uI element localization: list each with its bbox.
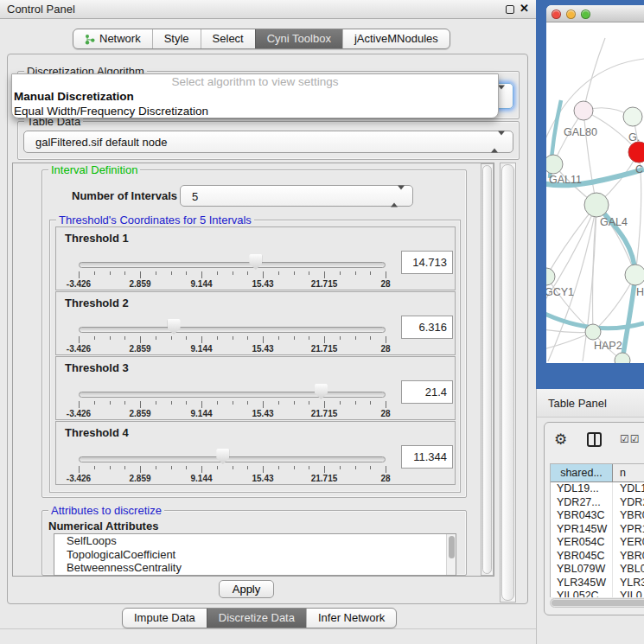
table-row[interactable]: YLR345WYLR3 <box>551 577 644 590</box>
network-node-label: H <box>636 286 644 298</box>
network-node-label: GAL80 <box>564 126 597 138</box>
popup-hint: Select algorithm to view settings <box>12 74 498 89</box>
close-traffic-light[interactable] <box>552 10 561 19</box>
column-header-shared-name[interactable]: shared... <box>551 464 613 481</box>
attribute-list-item[interactable]: SelfLoops <box>54 534 456 548</box>
network-canvas[interactable]: GAL80G.CGAL11GAL4GCY1HHAP2 <box>546 22 644 363</box>
tab-discretize-data[interactable]: Discretize Data <box>207 609 306 628</box>
network-node[interactable] <box>628 142 644 163</box>
apply-button[interactable]: Apply <box>219 580 274 598</box>
top-tab-bar: Network Style Select Cyni Toolbox jActiv… <box>73 29 450 49</box>
slider-track[interactable] <box>79 262 386 268</box>
threshold-value-field[interactable]: 14.713 <box>401 251 453 274</box>
interval-definition-title: Interval Definition <box>48 163 140 176</box>
network-edge[interactable] <box>622 275 635 360</box>
attribute-list-item[interactable]: TopologicalCoefficient <box>54 548 456 562</box>
attribute-list-item[interactable]: BetweennessCentrality <box>54 561 456 575</box>
table-row[interactable]: YER054CYER0 <box>551 536 644 550</box>
attributes-group-title: Attributes to discretize <box>48 504 164 517</box>
network-node[interactable] <box>574 101 593 120</box>
threshold-value-field[interactable]: 21.4 <box>401 380 453 404</box>
inner-vertical-scrollbar[interactable] <box>481 163 494 576</box>
network-window-frame: GAL80G.CGAL11GAL4GCY1HHAP2 <box>536 0 644 389</box>
network-node-label: GAL4 <box>600 216 628 228</box>
stepper-arrows-icon <box>391 189 405 202</box>
attributes-list-scrollbar[interactable] <box>446 534 456 575</box>
number-of-intervals-combobox[interactable]: 5 <box>180 185 413 207</box>
network-node[interactable] <box>546 155 563 174</box>
network-edge[interactable] <box>583 111 596 205</box>
control-panel-titlebar: Control Panel ✕ <box>0 0 536 19</box>
network-node[interactable] <box>584 193 609 217</box>
table-rows: YDL19...YDL1YDR27...YDR2YBR043CYBR0YPR14… <box>551 482 644 597</box>
table-row[interactable]: YBL079WYBL0 <box>551 563 644 577</box>
threshold-label: Threshold 1 <box>65 232 129 245</box>
gear-icon[interactable]: ⚙ <box>554 430 567 449</box>
float-window-icon[interactable] <box>506 5 514 14</box>
threshold-label: Threshold 3 <box>65 361 129 374</box>
tab-cyni-toolbox[interactable]: Cyni Toolbox <box>255 29 342 48</box>
tab-style[interactable]: Style <box>152 29 201 48</box>
popup-option-manual[interactable]: Manual Discretization <box>12 89 498 104</box>
table-panel-box: ⚙ ☑☑ shared... n YDL19...YDL1YDR27...YDR… <box>544 422 644 615</box>
network-node[interactable] <box>546 268 555 285</box>
slider-track[interactable] <box>79 392 386 398</box>
threshold-panel: Threshold 2 -3.4262.8599.14415.4321.7152… <box>55 291 456 355</box>
network-edge[interactable] <box>583 38 605 111</box>
network-node[interactable] <box>585 324 601 340</box>
panel-title: Control Panel <box>7 3 75 16</box>
network-window-titlebar <box>546 5 644 22</box>
table-row[interactable]: YDL19...YDL1 <box>551 482 644 496</box>
table-panel-title: Table Panel <box>548 397 607 410</box>
threshold-label: Threshold 2 <box>65 296 129 309</box>
network-node[interactable] <box>623 107 642 126</box>
tab-jactivemnodules[interactable]: jActiveMNodules <box>342 29 450 48</box>
table-row[interactable]: YBR043CYBR0 <box>551 509 644 523</box>
column-header-name[interactable]: n <box>613 464 644 481</box>
network-node-label: GCY1 <box>546 286 574 298</box>
network-node-label: HAP2 <box>594 340 622 352</box>
close-icon[interactable]: ✕ <box>520 2 529 15</box>
threshold-panel: Threshold 4 -3.4262.8599.14415.4321.7152… <box>55 421 456 485</box>
threshold-panel: Threshold 1 -3.4262.8599.14415.4321.7152… <box>55 226 456 290</box>
numerical-attributes-label: Numerical Attributes <box>48 520 158 532</box>
network-node-label: C <box>635 163 643 175</box>
slider-track[interactable] <box>79 327 386 333</box>
tab-select[interactable]: Select <box>201 29 255 48</box>
threshold-panel: Threshold 3 -3.4262.8599.14415.4321.7152… <box>55 356 456 420</box>
table-panel-region: Table Panel ⚙ ☑☑ shared... n YDL19...YDL… <box>536 389 644 644</box>
threshold-value-field[interactable]: 11.344 <box>401 445 453 469</box>
network-node[interactable] <box>625 265 644 285</box>
network-window: GAL80G.CGAL11GAL4GCY1HHAP2 <box>546 5 644 363</box>
numerical-attributes-list[interactable]: SelfLoopsTopologicalCoefficientBetweenne… <box>54 533 456 576</box>
table-row[interactable]: YPR145WYPR1 <box>551 523 644 537</box>
tab-infer-network[interactable]: Infer Network <box>306 609 396 628</box>
threshold-value-field[interactable]: 6.316 <box>401 316 453 339</box>
minimize-traffic-light[interactable] <box>566 10 576 19</box>
node-table: shared... n YDL19...YDL1YDR27...YDR2YBR0… <box>550 463 644 597</box>
table-header-row: shared... n <box>551 464 644 482</box>
threshold-label: Threshold 4 <box>65 426 129 439</box>
thresholds-group-title: Threshold's Coordinates for 5 Intervals <box>56 214 254 226</box>
number-of-intervals-label: Number of Intervals <box>72 189 177 202</box>
stepper-arrows-icon <box>491 136 505 149</box>
popup-option-equal-width[interactable]: Equal Width/Frequency Discretization <box>12 104 498 118</box>
table-data-combobox[interactable]: galFiltered.sif default node <box>23 131 513 153</box>
table-row[interactable]: YIL052CYIL0 <box>551 590 644 597</box>
network-icon <box>85 34 95 45</box>
slider-track[interactable] <box>79 456 386 462</box>
table-panel-titlebar: Table Panel <box>537 389 644 418</box>
zoom-traffic-light[interactable] <box>581 10 590 19</box>
table-horizontal-scrollbar[interactable] <box>550 598 644 608</box>
bottom-tab-bar: Impute Data Discretize Data Infer Networ… <box>122 608 397 628</box>
network-node[interactable] <box>615 353 630 363</box>
screen: Control Panel ✕ Network Style Select Cyn… <box>0 0 644 644</box>
tab-impute-data[interactable]: Impute Data <box>123 609 207 628</box>
network-node-label: GAL11 <box>549 174 582 186</box>
tab-network[interactable]: Network <box>73 29 152 48</box>
outer-vertical-scrollbar[interactable] <box>500 163 516 603</box>
split-column-icon[interactable] <box>587 432 602 447</box>
table-row[interactable]: YDR27...YDR2 <box>551 496 644 510</box>
table-row[interactable]: YBR045CYBR0 <box>551 550 644 564</box>
checkbox-icons[interactable]: ☑☑ <box>620 433 641 445</box>
